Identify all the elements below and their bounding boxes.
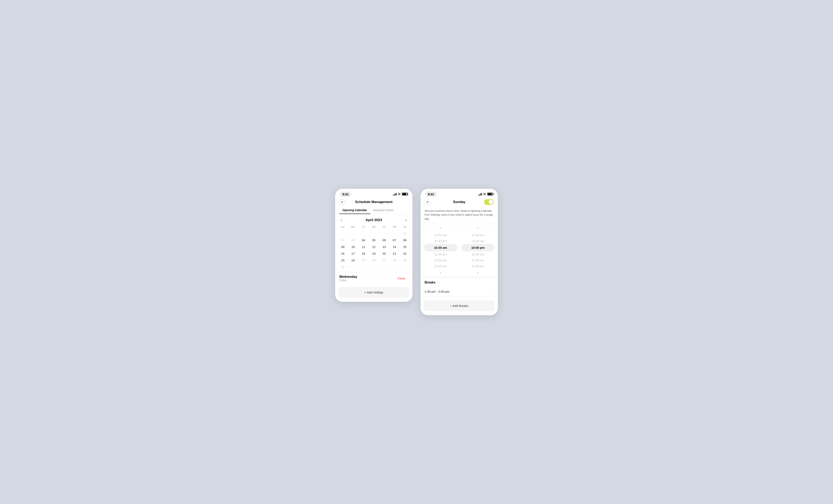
time-columns: ⌃ 10:30 am 10:30 am 10:30 am 10:30 am 10… — [424, 226, 495, 275]
time-picker-section: ⌃ 10:30 am 10:30 am 10:30 am 10:30 am 10… — [421, 224, 498, 277]
break-chevron-icon: › — [493, 289, 494, 293]
add-holiday-button[interactable]: + Add Holiday — [338, 287, 409, 298]
calendar-nav: ‹ April 2023 › — [335, 214, 412, 225]
cal-day-11[interactable]: 11 — [358, 244, 369, 250]
tab-business-hours[interactable]: Business Hours — [370, 206, 397, 214]
cal-day-16[interactable]: 16 — [338, 250, 348, 257]
cal-day-21[interactable]: 21 — [389, 250, 400, 257]
cal-day-09[interactable]: 09 — [338, 244, 348, 250]
status-bar-1: 9:41 ⌘ — [335, 189, 412, 198]
cal-day — [379, 263, 389, 270]
cal-day-19[interactable]: 19 — [369, 250, 379, 257]
next-month-button[interactable]: › — [404, 217, 408, 223]
cal-day-10[interactable]: 10 — [348, 244, 358, 250]
close-time-option-2[interactable]: 10:30 am — [461, 238, 495, 244]
cal-day-26[interactable]: 26 — [369, 257, 379, 263]
cal-day[interactable] — [338, 230, 348, 237]
cal-day — [348, 263, 358, 270]
day-label-sa: SA — [400, 225, 410, 229]
break-item-1[interactable]: 1:30 pm - 2:00 pm › — [425, 287, 494, 296]
screen-sunday: 9:41 ⌘ ✕ Sunday — [421, 189, 498, 316]
breaks-title: Breaks — [425, 281, 494, 284]
close-time-column: ⌃ 10:30 am 10:30 am 10:00 pm 10:30 am 10… — [461, 226, 495, 275]
cal-day-20[interactable]: 20 — [379, 250, 389, 257]
status-time-1: 9:41 — [340, 192, 351, 197]
day-label-su: SU — [338, 225, 348, 229]
signal-icon-1 — [393, 193, 397, 196]
cal-day[interactable] — [389, 230, 400, 237]
cal-day-06[interactable]: 06 — [379, 237, 389, 244]
today-sub-label: Today — [339, 279, 357, 282]
cal-day-17[interactable]: 17 — [348, 250, 358, 257]
toggle-knob — [489, 200, 493, 204]
day-label-we: WE — [369, 225, 379, 229]
today-status: Close — [397, 277, 405, 280]
day-label-mo: MO — [348, 225, 358, 229]
screen-schedule-management: 9:41 ⌘ ✕ Schedule Management — [335, 189, 412, 302]
today-row[interactable]: Wednesday Today Close › — [335, 272, 412, 284]
open-time-option-6[interactable]: 10:30 am — [424, 263, 457, 269]
open-time-up-arrow[interactable]: ⌃ — [438, 226, 443, 232]
cal-day-05[interactable]: 05 — [369, 237, 379, 244]
sunday-toggle[interactable] — [484, 199, 494, 205]
cal-day-14[interactable]: 14 — [389, 244, 400, 250]
cal-day — [369, 263, 379, 270]
breaks-section: Breaks 1:30 pm - 2:00 pm › — [421, 277, 498, 298]
cal-day-08[interactable]: 08 — [400, 237, 410, 244]
open-time-down-arrow[interactable]: ⌄ — [438, 269, 443, 275]
today-chevron-icon: › — [407, 276, 408, 280]
prev-month-button[interactable]: ‹ — [339, 217, 344, 223]
screen-title-2: Sunday — [453, 200, 465, 204]
cal-day-07[interactable]: 07 — [389, 237, 400, 244]
cal-day-24[interactable]: 24 — [348, 257, 358, 263]
calendar-grid: 01 02 03 04 05 06 07 08 09 10 11 12 13 1… — [335, 230, 412, 270]
calendar-day-labels: SU MO TU WE TH FR SA — [335, 225, 412, 229]
cal-day-12[interactable]: 12 — [369, 244, 379, 250]
open-time-option-1[interactable]: 10:30 am — [424, 232, 457, 238]
close-time-option-1[interactable]: 10:30 am — [461, 232, 495, 238]
close-time-option-4[interactable]: 10:30 am — [461, 251, 495, 257]
close-time-up-arrow[interactable]: ⌃ — [475, 226, 480, 232]
today-day-name: Wednesday — [339, 275, 357, 279]
screen-title-1: Schedule Management — [355, 200, 392, 204]
status-icons-2: ⌘ — [478, 193, 493, 196]
cal-day[interactable] — [348, 230, 358, 237]
cal-day-25[interactable]: 25 — [358, 257, 369, 263]
close-time-option-5[interactable]: 10:30 am — [461, 257, 495, 263]
cal-day — [389, 263, 400, 270]
open-time-option-2[interactable]: 10:30 am — [424, 238, 457, 244]
back-button-2[interactable]: ✕ — [425, 199, 430, 205]
add-breaks-button[interactable]: + Add Breaks — [424, 300, 495, 311]
cal-day[interactable] — [369, 230, 379, 237]
tab-opening-calendar[interactable]: Opening Calendar — [339, 206, 370, 214]
cal-day-13[interactable]: 13 — [379, 244, 389, 250]
cal-day-03[interactable]: 03 — [348, 237, 358, 244]
cal-day-18[interactable]: 18 — [358, 250, 369, 257]
cal-day-23[interactable]: 23 — [338, 257, 348, 263]
screen-header-1: ✕ Schedule Management — [335, 198, 412, 206]
cal-day-27[interactable]: 27 — [379, 257, 389, 263]
cal-day[interactable] — [379, 230, 389, 237]
cal-day-30[interactable]: 30 — [338, 263, 348, 270]
close-time-option-6[interactable]: 10:30 am — [461, 263, 495, 269]
cal-day-28[interactable]: 28 — [389, 257, 400, 263]
cal-day-29[interactable]: 29 — [400, 257, 410, 263]
status-time-2: 9:41 — [425, 192, 436, 197]
day-label-fr: FR — [389, 225, 400, 229]
cal-day[interactable] — [358, 230, 369, 237]
cal-day-04[interactable]: 04 — [358, 237, 369, 244]
cal-day-01[interactable]: 01 — [400, 230, 410, 237]
open-time-option-5[interactable]: 10:30 am — [424, 257, 457, 263]
tabs-container: Opening Calendar Business Hours — [335, 206, 412, 214]
cal-day-22[interactable]: 22 — [400, 250, 410, 257]
cal-day-02[interactable]: 02 — [338, 237, 348, 244]
open-time-selected[interactable]: 10:30 am — [424, 244, 457, 251]
back-button-1[interactable]: ✕ — [339, 199, 345, 205]
open-time-option-4[interactable]: 10:30 am — [424, 251, 457, 257]
close-time-down-arrow[interactable]: ⌄ — [475, 269, 480, 275]
cal-day-15[interactable]: 15 — [400, 244, 410, 250]
close-time-selected[interactable]: 10:00 pm — [461, 244, 495, 251]
today-info: Wednesday Today — [339, 275, 357, 282]
wifi-icon-1: ⌘ — [398, 193, 401, 196]
signal-icon-2 — [478, 193, 482, 196]
